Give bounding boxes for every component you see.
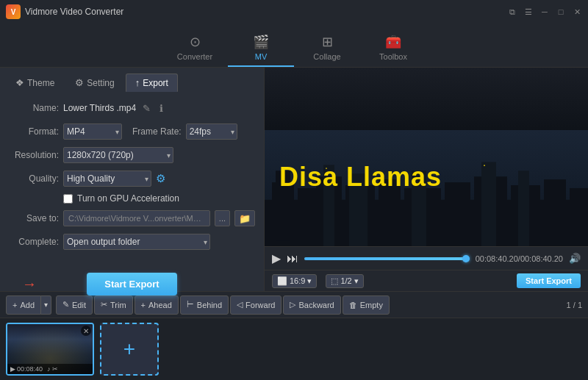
name-row: Name: Lower Thirds .mp4 ✎ ℹ	[9, 99, 255, 117]
tab-converter[interactable]: ⊙ Converter	[162, 29, 228, 67]
tab-converter-label: Converter	[177, 52, 212, 61]
ratio-icon: ⬜	[277, 276, 287, 286]
complete-select-wrap: Open output folder Do nothing	[63, 234, 210, 250]
setting-icon: ⚙	[75, 77, 84, 88]
complete-row: Complete: Open output folder Do nothing	[9, 233, 255, 251]
theme-icon: ❖	[15, 77, 24, 88]
titlebar-minimize-button[interactable]: ─	[539, 7, 550, 17]
left-panel: ❖ Theme ⚙ Setting ↑ Export Name: Lower T…	[0, 68, 265, 291]
small-export-button[interactable]: Start Export	[517, 273, 581, 288]
complete-select[interactable]: Open output folder Do nothing	[63, 234, 210, 250]
titlebar-menu-button[interactable]: ☰	[523, 7, 534, 17]
resolution-select-wrap: 1280x720 (720p) 1920x1080 (1080p)	[63, 147, 173, 163]
ratio-chevron: ▾	[307, 276, 312, 286]
format-row: Format: MP4 MOV AVI Frame Rate: 24fps 25…	[9, 123, 255, 140]
backward-button[interactable]: ▷ Backward	[283, 295, 340, 315]
complete-label: Complete:	[9, 237, 59, 247]
player-controls: ▶ ⏭ 00:08:40.20/00:08:40.20 🔊	[265, 246, 588, 270]
converter-icon: ⊙	[190, 34, 201, 50]
fraction-value: 1/2	[340, 276, 351, 285]
quality-gear-button[interactable]: ⚙	[156, 172, 165, 185]
play-button[interactable]: ▶	[272, 251, 281, 265]
time-display: 00:08:40.20/00:08:40.20	[476, 254, 563, 263]
right-panel: Disa Llamas ▶ ⏭ 00:08:40.20/00:08:40.20 …	[265, 68, 588, 291]
quality-select[interactable]: High Quality Medium Quality	[63, 171, 151, 187]
empty-button[interactable]: 🗑 Empty	[343, 295, 390, 315]
subtabs: ❖ Theme ⚙ Setting ↑ Export	[0, 68, 264, 92]
titlebar: V Vidmore Video Converter ⧉ ☰ ─ □ ✕	[0, 0, 588, 24]
fraction-chevron: ▾	[354, 276, 359, 286]
tab-toolbox[interactable]: 🧰 Toolbox	[360, 29, 426, 67]
mv-icon: 🎬	[253, 34, 269, 50]
page-count: 1 / 1	[567, 301, 582, 309]
time-total: 00:08:40.20	[520, 254, 563, 263]
name-value: Lower Thirds .mp4	[63, 103, 136, 113]
preview-area: Disa Llamas	[265, 68, 588, 246]
timeline: ▶ 00:08:40 ♪ ✂ ✕ +	[0, 318, 588, 380]
resolution-label: Resolution:	[9, 150, 59, 160]
progress-thumb	[462, 255, 470, 262]
tab-collage[interactable]: ⊞ Collage	[294, 29, 360, 67]
fraction-icon: ⬚	[331, 276, 338, 286]
form-area: Name: Lower Thirds .mp4 ✎ ℹ Format: MP4 …	[0, 92, 264, 258]
tab-toolbox-label: Toolbox	[379, 52, 407, 61]
gpu-checkbox[interactable]	[63, 194, 73, 204]
clip-play-icon: ▶	[10, 365, 15, 373]
saveto-path-input[interactable]	[63, 210, 210, 226]
subtab-export-label: Export	[143, 78, 168, 88]
titlebar-maximize-button[interactable]: □	[556, 7, 566, 17]
svg-rect-18	[570, 188, 588, 246]
skip-button[interactable]: ⏭	[287, 252, 298, 265]
app-title: Vidmore Video Converter	[25, 7, 123, 17]
ratio-select[interactable]: ⬜ 16:9 ▾	[272, 274, 317, 288]
fraction-select[interactable]: ⬚ 1/2 ▾	[326, 274, 363, 288]
app-logo: V	[6, 4, 21, 19]
arrow-indicator: →	[22, 276, 37, 293]
titlebar-close-button[interactable]: ✕	[572, 7, 582, 17]
gpu-label[interactable]: Turn on GPU Acceleration	[77, 193, 179, 204]
framerate-select[interactable]: 24fps 25fps 30fps	[186, 123, 237, 140]
saveto-folder-button[interactable]: 📁	[234, 210, 255, 226]
resolution-select[interactable]: 1280x720 (720p) 1920x1080 (1080p)	[63, 147, 173, 163]
progress-bar[interactable]	[304, 257, 470, 260]
start-export-button[interactable]: Start Export	[87, 273, 176, 295]
toolbox-icon: 🧰	[385, 34, 401, 50]
tab-mv[interactable]: 🎬 MV	[228, 29, 294, 67]
time-current: 00:08:40.20	[476, 254, 518, 263]
name-edit-button[interactable]: ✎	[140, 102, 153, 115]
subtab-theme[interactable]: ❖ Theme	[6, 74, 64, 92]
framerate-label: Frame Rate:	[132, 126, 182, 137]
clip-music-icon: ♪	[47, 365, 51, 373]
format-select-wrap: MP4 MOV AVI	[63, 123, 122, 140]
export-tab-icon: ↑	[135, 77, 140, 88]
ratio-group: ⬜ 16:9 ▾ ⬚ 1/2 ▾	[272, 274, 364, 288]
gpu-row: Turn on GPU Acceleration	[63, 193, 255, 204]
svg-rect-12	[445, 182, 470, 246]
volume-button[interactable]: 🔊	[569, 253, 581, 264]
svg-rect-21	[484, 165, 485, 166]
clip-scissors-icon: ✂	[52, 365, 58, 373]
name-info-button[interactable]: ℹ	[157, 102, 165, 115]
format-label: Format:	[9, 126, 59, 137]
main-content: ❖ Theme ⚙ Setting ↑ Export Name: Lower T…	[0, 68, 588, 291]
subtab-setting[interactable]: ⚙ Setting	[65, 74, 123, 92]
timeline-add-button[interactable]: +	[100, 323, 159, 376]
export-button-area: → Start Export	[0, 261, 264, 307]
subtab-theme-label: Theme	[27, 78, 54, 88]
saveto-row: Save to: ... 📁	[9, 209, 255, 227]
quality-row: Quality: High Quality Medium Quality ⚙	[9, 170, 255, 187]
collage-icon: ⊞	[322, 34, 333, 50]
export-row: ⬜ 16:9 ▾ ⬚ 1/2 ▾ Start Export	[265, 270, 588, 291]
tab-collage-label: Collage	[313, 52, 340, 61]
clip-close-button[interactable]: ✕	[81, 326, 91, 336]
clip-duration: 00:08:40	[17, 365, 43, 373]
subtab-export[interactable]: ↑ Export	[126, 74, 178, 92]
format-select[interactable]: MP4 MOV AVI	[63, 123, 122, 140]
titlebar-help-button[interactable]: ⧉	[507, 7, 517, 17]
preview-text: Disa Llamas	[279, 162, 442, 193]
titlebar-left: V Vidmore Video Converter	[6, 4, 123, 19]
backward-label: Backward	[298, 301, 334, 309]
saveto-browse-button[interactable]: ...	[215, 210, 230, 226]
clip-overlay: ▶ 00:08:40 ♪ ✂	[7, 364, 93, 374]
saveto-label: Save to:	[9, 213, 59, 223]
